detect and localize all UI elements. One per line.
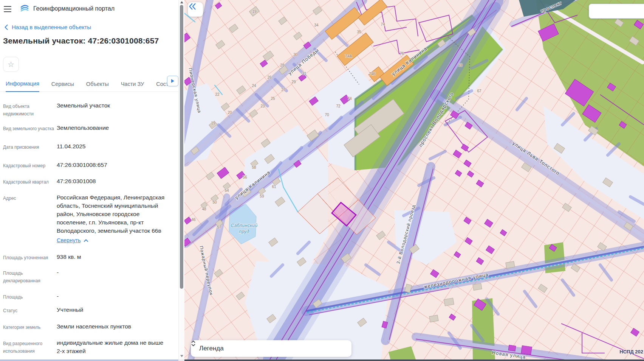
app-title: Геоинформационный портал: [33, 5, 115, 12]
tab-bar: Информация Сервисы Объекты Части ЗУ Сост…: [0, 76, 178, 92]
parcel-number-label: 61: [272, 185, 276, 189]
parcel-number-label: 74Б: [369, 72, 376, 76]
tab-objects[interactable]: Объекты: [86, 81, 109, 92]
tab-information[interactable]: Информация: [6, 81, 39, 92]
parcel-number-label: 72: [336, 104, 341, 108]
field-row: Категория земельЗемли населенных пунктов: [3, 322, 177, 331]
parcel-number-label: 54: [224, 188, 229, 193]
parcel-number-label: 74А: [345, 54, 352, 58]
attributes-list: Вид объекта недвижимостиЗемельный участо…: [3, 101, 177, 359]
parcel-number-label: 22: [215, 92, 220, 96]
field-row: Площадь-: [3, 292, 177, 301]
parcel-number-label: 35: [357, 30, 361, 34]
map-attribution: НСПД 202: [619, 349, 643, 355]
collapse-address-link[interactable]: Свернуть: [57, 236, 88, 244]
back-link-label: Назад в выделенные объекты: [12, 24, 91, 30]
field-row: Вид земельного участкаЗемлепользование: [3, 124, 177, 132]
info-panel: Геоинформационный портал Назад в выделен…: [0, 0, 178, 359]
chevron-left-icon: [5, 25, 8, 30]
page-title: Земельный участок: 47:26:0301008:657: [3, 36, 159, 45]
collapse-panel-button[interactable]: [188, 2, 203, 17]
parcel-number-label: 48: [202, 207, 206, 211]
parcel-number-label: 74: [347, 96, 352, 101]
field-row: Кадастровый номер47:26:0301008:657: [3, 161, 177, 170]
field-row: Площадь декларированная-: [3, 268, 177, 285]
parcel-number-label: 50: [212, 200, 217, 204]
parcel-number-label: 59: [260, 194, 264, 198]
parcel-number-label: 76: [399, 51, 404, 56]
star-icon: ☆: [8, 61, 14, 68]
parcel-number-label: 74: [381, 22, 385, 26]
tab-services[interactable]: Сервисы: [51, 81, 74, 92]
window-bottom-edge: [0, 359, 644, 361]
chevron-up-icon: [84, 239, 88, 242]
legend-title: Легенда: [199, 345, 224, 352]
tab-parcel-parts[interactable]: Части ЗУ: [121, 81, 144, 92]
tab-scroll-right-button[interactable]: [167, 76, 178, 86]
building-gray: [473, 283, 482, 291]
pond-label: Саблинский: [231, 223, 257, 228]
parcel-number-label: 28: [280, 63, 285, 67]
cadastral-map[interactable]: 1934357474А74Б76302826243129272523222019…: [184, 0, 644, 359]
parcel-number-label: 67: [477, 89, 481, 93]
parcel-number-label: 27: [281, 88, 286, 92]
field-row: Вид разрешенного использованияиндивидуал…: [3, 339, 177, 355]
scrollbar-thumb[interactable]: [180, 5, 183, 289]
geoportal-window: Геоинформационный портал Назад в выделен…: [0, 0, 644, 361]
legend-bar[interactable]: Легенда: [191, 340, 351, 357]
double-chevron-left-icon: [188, 2, 197, 11]
parcel-number-label: 24: [252, 84, 256, 88]
parcel-number-label: 19: [252, 9, 257, 14]
building-capital-object: [508, 345, 516, 351]
parcel-number-label: 26: [267, 75, 272, 79]
scrollbar-up-arrow[interactable]: [180, 1, 183, 3]
arrow-right-icon: [171, 79, 174, 83]
parcel-number-label: 20: [228, 110, 232, 115]
pond-label: пруд: [239, 229, 249, 234]
building-gray: [506, 261, 515, 269]
field-row: Площадь уточненная938 кв. м: [3, 253, 177, 261]
parcel-number-label: 31: [302, 72, 307, 76]
parcel-number-label: 70: [325, 113, 329, 117]
address-value: Российская Федерация, Ленинградская обла…: [57, 194, 164, 234]
panel-scrollbar[interactable]: [178, 0, 184, 359]
field-row: Дата присвоения11.04.2025: [3, 142, 177, 151]
favorite-button[interactable]: ☆: [3, 57, 19, 72]
back-link[interactable]: Назад в выделенные объекты: [5, 24, 91, 30]
scrollbar-down-arrow[interactable]: [180, 355, 183, 357]
parcel-number-label: 69: [458, 63, 463, 67]
field-row: Кадастровый квартал47:26:0301008: [3, 177, 177, 186]
field-row-address: Адрес Российская Федерация, Ленинградска…: [3, 193, 177, 244]
parcel-number-label: 19: [211, 121, 215, 125]
field-row: СтатусУчтенный: [3, 306, 177, 314]
parcel-number-label: 58: [252, 165, 256, 170]
building-gray: [429, 315, 438, 322]
parcel-number-label: 25: [271, 96, 275, 101]
building-gray: [444, 298, 454, 306]
search-box[interactable]: [589, 4, 644, 19]
parcel-number-label: 23: [260, 104, 265, 108]
map-canvas[interactable]: 1934357474А74Б76302826243129272523222019…: [184, 0, 644, 359]
parcel-number-label: 56: [243, 175, 247, 179]
expand-collapse-icon[interactable]: [191, 340, 196, 347]
field-row: Вид объекта недвижимостиЗемельный участо…: [3, 101, 177, 118]
parcel-number-label: 46: [191, 218, 196, 222]
building-capital-object: [521, 345, 532, 354]
panel-header: Геоинформационный портал: [4, 4, 115, 14]
app-logo-icon: [20, 4, 29, 14]
parcel-number-label: 30: [293, 53, 298, 57]
parcel-number-label: 34: [314, 23, 319, 27]
parcel-number-label: 29: [291, 80, 296, 84]
menu-icon[interactable]: [4, 6, 11, 12]
parcel-number-label: 57: [217, 225, 221, 229]
